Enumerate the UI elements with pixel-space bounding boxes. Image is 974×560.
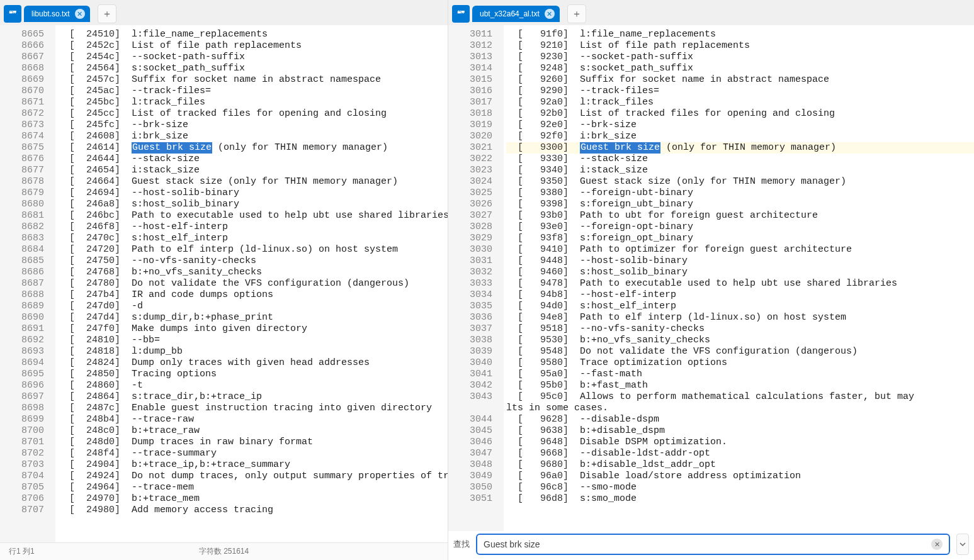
code-line[interactable]: [ 247d0] -d	[58, 301, 448, 312]
code-line[interactable]: [ 24980] Add memory access tracing	[58, 505, 448, 516]
code-line[interactable]: [ 9290] --track-files=	[506, 86, 974, 97]
tab-file-left[interactable]: libubt.so.txt ✕	[24, 6, 90, 22]
code-line[interactable]: [ 9638] b:+disable_dspm	[506, 425, 974, 437]
app-icon[interactable]: ❝❞	[452, 5, 470, 23]
code-line[interactable]: [ 24824] Dump only traces with given hea…	[58, 357, 448, 369]
code-line[interactable]: [ 92b0] List of tracked files for openin…	[506, 108, 974, 120]
code-line[interactable]: [ 92f0] i:brk_size	[506, 131, 974, 142]
new-tab-button[interactable]: ＋	[567, 4, 586, 23]
code-line[interactable]: [ 248b4] --trace-raw	[58, 414, 448, 425]
code-line[interactable]: [ 9460] s:host_solib_binary	[506, 267, 974, 278]
code-line[interactable]: [ 9260] Suffix for socket name in abstra…	[506, 74, 974, 86]
code-line-wrap[interactable]: lts in some cases.	[506, 403, 974, 414]
code-line[interactable]: [ 247f0] Make dumps into given directory	[58, 323, 448, 335]
editor-content[interactable]: [ 91f0] l:file_name_replacements [ 9210]…	[504, 25, 974, 531]
code-line[interactable]: [ 245bc] l:track_files	[58, 97, 448, 108]
code-line[interactable]: [ 96c8] --smo-mode	[506, 482, 974, 493]
code-line[interactable]: [ 93f8] s:foreign_opt_binary	[506, 233, 974, 244]
code-line[interactable]: [ 24860] -t	[58, 380, 448, 391]
code-line[interactable]: [ 24810] --bb=	[58, 335, 448, 346]
code-line[interactable]: [ 95a0] --fast-math	[506, 369, 974, 380]
code-line[interactable]: [ 9380] --foreign-ubt-binary	[506, 188, 974, 199]
code-line[interactable]: [ 24694] --host-solib-binary	[58, 188, 448, 199]
tab-file-right[interactable]: ubt_x32a64_al.txt ✕	[472, 6, 560, 22]
close-icon[interactable]: ✕	[545, 9, 555, 19]
code-line[interactable]: [ 93e0] --foreign-opt-binary	[506, 221, 974, 233]
app-icon[interactable]: ❝❞	[4, 5, 21, 23]
code-line[interactable]: [ 9350] Guest stack size (only for THIN …	[506, 176, 974, 188]
code-line[interactable]: [ 92a0] l:track_files	[506, 97, 974, 108]
code-line[interactable]: [ 24768] b:+no_vfs_sanity_checks	[58, 267, 448, 278]
code-line[interactable]: [ 248c0] b:+trace_raw	[58, 425, 448, 437]
code-line[interactable]: [ 92e0] --brk-size	[506, 120, 974, 131]
code-line[interactable]: [ 91f0] l:file_name_replacements	[506, 29, 974, 40]
code-line[interactable]: [ 24644] --stack-size	[58, 154, 448, 165]
code-line[interactable]: [ 9410] Path to optimizer for foreign gu…	[506, 244, 974, 255]
code-line[interactable]: [ 245fc] --brk-size	[58, 120, 448, 131]
code-line[interactable]: [ 2454c] --socket-path-suffix	[58, 52, 448, 63]
code-line[interactable]: [ 246a8] s:host_solib_binary	[58, 199, 448, 210]
code-line[interactable]: [ 247b4] IR and code dumps options	[58, 289, 448, 301]
code-line[interactable]: [ 96d8] s:smo_mode	[506, 493, 974, 505]
code-line[interactable]: [ 24664] Guest stack size (only for THIN…	[58, 176, 448, 188]
code-line[interactable]: [ 24720] Path to elf interp (ld-linux.so…	[58, 244, 448, 255]
code-line[interactable]: [ 94b8] --host-elf-interp	[506, 289, 974, 301]
code-line[interactable]: [ 248d0] Dump traces in raw binary forma…	[58, 437, 448, 448]
code-line[interactable]: [ 245ac] --track-files=	[58, 86, 448, 97]
code-line[interactable]: [ 9648] Disable DSPM optimization.	[506, 437, 974, 448]
code-line[interactable]: [ 93b0] Path to ubt for foreign guest ar…	[506, 210, 974, 221]
clear-icon[interactable]: ✕	[931, 539, 943, 550]
code-line[interactable]: [ 9210] List of file path replacements	[506, 40, 974, 52]
code-line[interactable]: [ 94d0] s:host_elf_interp	[506, 301, 974, 312]
code-line[interactable]: [ 9548] Do not validate the VFS configur…	[506, 346, 974, 357]
code-line[interactable]: [ 9530] b:+no_vfs_sanity_checks	[506, 335, 974, 346]
code-line[interactable]: [ 24864] s:trace_dir,b:+trace_ip	[58, 391, 448, 403]
code-line[interactable]: [ 24608] i:brk_size	[58, 131, 448, 142]
code-line[interactable]: [ 9248] s:socket_path_suffix	[506, 63, 974, 74]
code-line[interactable]: [ 9518] --no-vfs-sanity-checks	[506, 323, 974, 335]
editor-content[interactable]: [ 24510] l:file_name_replacements [ 2452…	[55, 25, 448, 542]
code-line[interactable]: [ 24970] b:+trace_mem	[58, 493, 448, 505]
code-line[interactable]: [ 9330] --stack-size	[506, 154, 974, 165]
code-line[interactable]: [ 94e8] Path to elf interp (ld-linux.so)…	[506, 312, 974, 323]
code-line[interactable]: [ 95c0] Allows to perform mathematical c…	[506, 391, 974, 403]
code-line[interactable]: [ 2470c] s:host_elf_interp	[58, 233, 448, 244]
find-input[interactable]	[484, 539, 931, 549]
code-line[interactable]: [ 2487c] Enable guest instruction tracin…	[58, 403, 448, 414]
code-line[interactable]: [ 24818] l:dump_bb	[58, 346, 448, 357]
code-line[interactable]: [ 24510] l:file_name_replacements	[58, 29, 448, 40]
code-line[interactable]: [ 247d4] s:dump_dir,b:+phase_print	[58, 312, 448, 323]
code-line[interactable]: [ 9478] Path to executable used to help …	[506, 278, 974, 289]
code-line[interactable]: [ 9230] --socket-path-suffix	[506, 52, 974, 63]
code-line[interactable]: [ 9398] s:foreign_ubt_binary	[506, 199, 974, 210]
code-line[interactable]: [ 2452c] List of file path replacements	[58, 40, 448, 52]
code-line[interactable]: [ 246bc] Path to executable used to help…	[58, 210, 448, 221]
code-line[interactable]: [ 24750] --no-vfs-sanity-checks	[58, 255, 448, 267]
code-line[interactable]: [ 248f4] --trace-summary	[58, 448, 448, 459]
code-line[interactable]: [ 24780] Do not validate the VFS configu…	[58, 278, 448, 289]
editor-right[interactable]: 3011301230133014301530163017301830193020…	[448, 25, 974, 531]
code-line[interactable]: [ 24904] b:+trace_ip,b:+trace_summary	[58, 459, 448, 471]
new-tab-button[interactable]: ＋	[98, 4, 116, 23]
find-next-button[interactable]	[956, 534, 969, 555]
code-line[interactable]: [ 9448] --host-solib-binary	[506, 255, 974, 267]
code-line[interactable]: [ 9300] Guest brk size (only for THIN me…	[506, 142, 974, 154]
code-line[interactable]: [ 24654] i:stack_size	[58, 165, 448, 176]
code-line[interactable]: [ 24924] Do not dump traces, only output…	[58, 471, 448, 482]
code-line[interactable]: [ 96a0] Disable load/store address optim…	[506, 471, 974, 482]
code-line[interactable]: [ 245cc] List of tracked files for openi…	[58, 108, 448, 120]
close-icon[interactable]: ✕	[75, 9, 85, 19]
code-line[interactable]: [ 24964] --trace-mem	[58, 482, 448, 493]
code-line[interactable]: [ 24614] Guest brk size (only for THIN m…	[58, 142, 448, 154]
code-line[interactable]: [ 2457c] Suffix for socket name in abstr…	[58, 74, 448, 86]
code-line[interactable]: [ 24564] s:socket_path_suffix	[58, 63, 448, 74]
code-line[interactable]: [ 9668] --disable-ldst-addr-opt	[506, 448, 974, 459]
editor-left[interactable]: 8665866686678668866986708671867286738674…	[0, 25, 448, 542]
code-line[interactable]: [ 9628] --disable-dspm	[506, 414, 974, 425]
code-line[interactable]: [ 9580] Trace optimization options	[506, 357, 974, 369]
code-line[interactable]: [ 9680] b:+disable_ldst_addr_opt	[506, 459, 974, 471]
code-line[interactable]: [ 9340] i:stack_size	[506, 165, 974, 176]
code-line[interactable]: [ 24850] Tracing options	[58, 369, 448, 380]
code-line[interactable]: [ 246f8] --host-elf-interp	[58, 221, 448, 233]
code-line[interactable]: [ 95b0] b:+fast_math	[506, 380, 974, 391]
